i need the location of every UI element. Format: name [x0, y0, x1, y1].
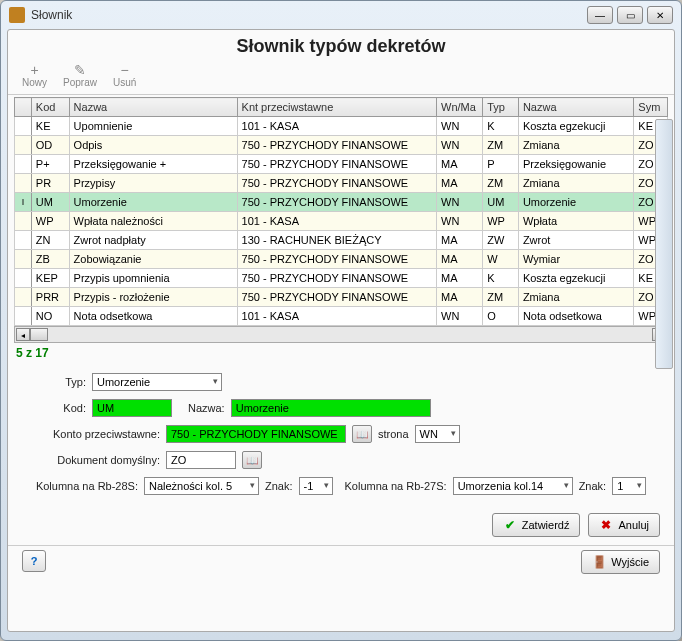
- toolbar: + Nowy ✎ Popraw − Usuń: [8, 59, 674, 95]
- row-marker: [15, 269, 32, 288]
- exit-button[interactable]: 🚪 Wyjście: [581, 550, 660, 574]
- cell-nazwa: Odpis: [69, 136, 237, 155]
- cell-nazwa2: Zwrot: [518, 231, 633, 250]
- row-marker: [15, 136, 32, 155]
- cell-nazwa: Zwrot nadpłaty: [69, 231, 237, 250]
- cell-wnma: MA: [437, 269, 483, 288]
- row-marker: [15, 212, 32, 231]
- col-knt[interactable]: Knt przeciwstawne: [237, 98, 436, 117]
- cell-kod: OD: [31, 136, 69, 155]
- cell-knt: 750 - PRZYCHODY FINANSOWE: [237, 155, 436, 174]
- table-row[interactable]: ODOdpis750 - PRZYCHODY FINANSOWEWNZMZmia…: [15, 136, 668, 155]
- cell-wnma: MA: [437, 250, 483, 269]
- row-marker: I: [15, 193, 32, 212]
- toolbar-delete[interactable]: − Usuń: [109, 61, 140, 90]
- cell-nazwa2: Przeksięgowanie: [518, 155, 633, 174]
- konto-input[interactable]: 750 - PRZYCHODY FINANSOWE: [166, 425, 346, 443]
- col-sym[interactable]: Sym: [634, 98, 668, 117]
- page-title: Słownik typów dekretów: [8, 30, 674, 59]
- row-marker: [15, 307, 32, 326]
- horizontal-scrollbar[interactable]: ◂ ▸: [14, 326, 668, 343]
- scroll-thumb[interactable]: [30, 328, 48, 341]
- table-row[interactable]: PRPrzypisy750 - PRZYCHODY FINANSOWEMAZMZ…: [15, 174, 668, 193]
- cell-knt: 130 - RACHUNEK BIEŻĄCY: [237, 231, 436, 250]
- table-row[interactable]: WPWpłata należności101 - KASAWNWPWpłataW…: [15, 212, 668, 231]
- cell-typ: ZM: [483, 288, 519, 307]
- toolbar-edit[interactable]: ✎ Popraw: [59, 61, 101, 90]
- toolbar-new[interactable]: + Nowy: [18, 61, 51, 90]
- row-marker: [15, 155, 32, 174]
- cell-typ: K: [483, 117, 519, 136]
- row-marker: [15, 250, 32, 269]
- dok-lookup-button[interactable]: 📖: [242, 451, 262, 469]
- maximize-button[interactable]: ▭: [617, 6, 643, 24]
- konto-lookup-button[interactable]: 📖: [352, 425, 372, 443]
- exit-label: Wyjście: [611, 556, 649, 568]
- scroll-left-arrow[interactable]: ◂: [16, 328, 30, 341]
- close-button[interactable]: ✕: [647, 6, 673, 24]
- typ-select[interactable]: Umorzenie: [92, 373, 222, 391]
- app-icon: [9, 7, 25, 23]
- table-row[interactable]: P+Przeksięgowanie +750 - PRZYCHODY FINAN…: [15, 155, 668, 174]
- confirm-button[interactable]: ✔ Zatwierdź: [492, 513, 581, 537]
- data-table[interactable]: Kod Nazwa Knt przeciwstawne Wn/Ma Typ Na…: [14, 97, 668, 326]
- record-counter: 5 z 17: [8, 343, 674, 363]
- nazwa-input[interactable]: Umorzenie: [231, 399, 431, 417]
- table-row[interactable]: ZBZobowiązanie750 - PRZYCHODY FINANSOWEM…: [15, 250, 668, 269]
- x-icon: ✖: [599, 518, 613, 532]
- window-title: Słownik: [31, 8, 72, 22]
- col-kod[interactable]: Kod: [31, 98, 69, 117]
- cell-kod: UM: [31, 193, 69, 212]
- col-nazwa2[interactable]: Nazwa: [518, 98, 633, 117]
- col-nazwa[interactable]: Nazwa: [69, 98, 237, 117]
- col-wnma[interactable]: Wn/Ma: [437, 98, 483, 117]
- check-icon: ✔: [503, 518, 517, 532]
- cell-typ: ZW: [483, 231, 519, 250]
- edit-form: Typ: Umorzenie Kod: UM Nazwa: Umorzenie …: [8, 363, 674, 507]
- cell-nazwa: Przypis upomnienia: [69, 269, 237, 288]
- znak2-select[interactable]: 1: [612, 477, 646, 495]
- cell-wnma: WN: [437, 193, 483, 212]
- cell-nazwa: Upomnienie: [69, 117, 237, 136]
- dok-label: Dokument domyślny:: [28, 454, 160, 466]
- cell-wnma: MA: [437, 288, 483, 307]
- table-row[interactable]: PRRPrzypis - rozłożenie750 - PRZYCHODY F…: [15, 288, 668, 307]
- cancel-label: Anuluj: [618, 519, 649, 531]
- cell-knt: 750 - PRZYCHODY FINANSOWE: [237, 269, 436, 288]
- vertical-scrollbar[interactable]: [655, 119, 673, 369]
- help-button[interactable]: ?: [22, 550, 46, 572]
- cell-typ: ZM: [483, 174, 519, 193]
- kod-input[interactable]: UM: [92, 399, 172, 417]
- cell-nazwa: Przeksięgowanie +: [69, 155, 237, 174]
- cell-knt: 750 - PRZYCHODY FINANSOWE: [237, 250, 436, 269]
- znak1-select[interactable]: -1: [299, 477, 333, 495]
- cancel-button[interactable]: ✖ Anuluj: [588, 513, 660, 537]
- cell-kod: P+: [31, 155, 69, 174]
- cell-nazwa: Zobowiązanie: [69, 250, 237, 269]
- table-row[interactable]: NONota odsetkowa101 - KASAWNONota odsetk…: [15, 307, 668, 326]
- plus-icon: +: [28, 63, 42, 77]
- cell-nazwa: Umorzenie: [69, 193, 237, 212]
- col-typ[interactable]: Typ: [483, 98, 519, 117]
- cell-nazwa: Przypisy: [69, 174, 237, 193]
- strona-select[interactable]: WN: [415, 425, 460, 443]
- door-icon: 🚪: [592, 555, 606, 569]
- minus-icon: −: [118, 63, 132, 77]
- cell-nazwa2: Zmiana: [518, 174, 633, 193]
- row-marker: [15, 288, 32, 307]
- cell-nazwa2: Zmiana: [518, 288, 633, 307]
- minimize-button[interactable]: —: [587, 6, 613, 24]
- table-row[interactable]: IUMUmorzenie750 - PRZYCHODY FINANSOWEWNU…: [15, 193, 668, 212]
- dok-input[interactable]: ZO: [166, 451, 236, 469]
- pencil-icon: ✎: [73, 63, 87, 77]
- row-marker: [15, 117, 32, 136]
- kod-label: Kod:: [28, 402, 86, 414]
- cell-kod: ZN: [31, 231, 69, 250]
- typ-label: Typ:: [28, 376, 86, 388]
- table-row[interactable]: KEUpomnienie101 - KASAWNKKoszta egzekucj…: [15, 117, 668, 136]
- kol27-select[interactable]: Umorzenia kol.14: [453, 477, 573, 495]
- table-row[interactable]: KEPPrzypis upomnienia750 - PRZYCHODY FIN…: [15, 269, 668, 288]
- col-marker[interactable]: [15, 98, 32, 117]
- kol28-select[interactable]: Należności kol. 5: [144, 477, 259, 495]
- table-row[interactable]: ZNZwrot nadpłaty130 - RACHUNEK BIEŻĄCYMA…: [15, 231, 668, 250]
